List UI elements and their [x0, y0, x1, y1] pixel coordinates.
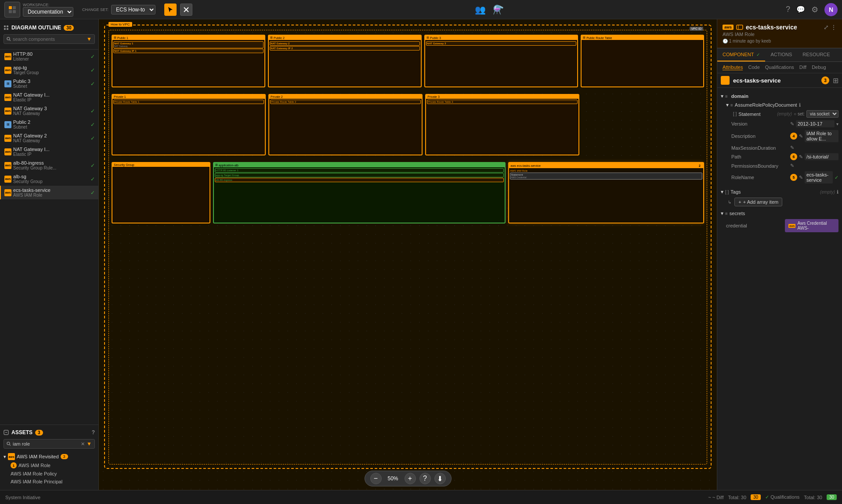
set-via-socket-select[interactable]: via socket — [806, 110, 838, 118]
changeset-select[interactable]: ECS How-to — [111, 5, 155, 14]
private-route-table2[interactable]: Private Route Table 2 — [270, 100, 421, 104]
nat-gw1-node[interactable]: NAT Gateway 1 NAT Gateway — [113, 41, 264, 48]
aws-icon: aws — [4, 176, 11, 183]
statement-node[interactable]: Statement AWS Credential — [510, 173, 702, 180]
outline-item-natgw-elastic2[interactable]: aws NAT Gateway I... Elastic IP — [0, 145, 98, 158]
svg-rect-9 — [4, 28, 6, 30]
nat-gwip1-node[interactable]: NAT Gateway IP 1 — [113, 49, 264, 53]
filter-icon[interactable]: ▼ — [87, 441, 92, 447]
asset-item-iam-principal[interactable]: AWS IAM Role Principal — [4, 478, 95, 486]
credential-value-box[interactable]: aws Aws Credential AWS- — [785, 219, 838, 232]
users-icon[interactable]: 👥 — [475, 4, 486, 15]
attr-tab-qualifications[interactable]: Qualifications — [765, 65, 794, 70]
asset-group-header[interactable]: ▾ aws AWS IAM Revisited 3 — [4, 452, 95, 461]
diff-button[interactable]: ~ ~ Diff — [708, 495, 723, 500]
edit-icon[interactable]: ✎ — [799, 133, 803, 139]
science-icon[interactable]: ⚗️ — [493, 4, 504, 15]
edit-icon[interactable]: ✎ — [790, 121, 794, 127]
outline-item-ecs-tasks[interactable]: aws ecs-tasks-service AWS IAM Role ✓ — [0, 186, 98, 199]
outline-item-alb-ingress[interactable]: aws alb-80-ingress Security Group Rule..… — [0, 158, 98, 172]
outline-item-natgw-elastic1[interactable]: aws NAT Gateway I... Elastic IP — [0, 90, 98, 104]
edit-icon[interactable]: ✎ — [799, 154, 803, 160]
public2-subnet[interactable]: ⊞Public 2 NAT Gateway 2 NAT Gateway IP 2 — [268, 35, 422, 87]
tab-component[interactable]: COMPONENT ✓ — [717, 48, 765, 61]
public3-subnet[interactable]: ⊞Public 3 NAT Gateway 3 — [424, 35, 578, 87]
private-route-table3[interactable]: Private Route Table 3 — [427, 100, 578, 104]
outline-item-public2[interactable]: ⊞ Public 2 Subnet ✓ — [0, 118, 98, 131]
workspace-select[interactable]: Documentation — [23, 7, 73, 17]
outline-item-public3[interactable]: ⊞ Public 3 Subnet ✓ — [0, 77, 98, 90]
alb-node[interactable]: ⊞application-alb HTTP:80 Listener 1 app-… — [213, 162, 506, 223]
outline-item-natgw2[interactable]: aws NAT Gateway 2 NAT Gateway ✓ — [0, 131, 98, 145]
alb-ingress-node[interactable]: alb-80-ingress — [215, 178, 504, 182]
path-badge: 6 — [790, 153, 797, 160]
edit-icon[interactable]: ✎ — [790, 163, 794, 169]
private1-subnet[interactable]: Private 1 Private Route Table 1 — [112, 94, 266, 155]
select-tool-button[interactable] — [164, 4, 177, 16]
nat-gwip2-node[interactable]: NAT Gateway IP 2 — [270, 46, 420, 50]
attr-tab-attributes[interactable]: Attributes — [723, 65, 743, 70]
info-icon[interactable]: ℹ — [799, 102, 801, 108]
security-group-node[interactable]: Security Group — [112, 162, 210, 223]
outline-item-apptg[interactable]: aws app-tg Target Group ✓ — [0, 63, 98, 77]
check-icon: ✓ — [90, 135, 95, 141]
bracket-icon: [ ] — [733, 112, 737, 116]
tags-header[interactable]: [ ] Tags (empty) ℹ — [721, 187, 838, 196]
aws-badge: aws — [723, 25, 734, 30]
filter-icon[interactable]: ▼ — [87, 36, 92, 42]
private3-subnet[interactable]: Private 3 Private Route Table 3 — [425, 94, 579, 155]
asset-item-iam-policy[interactable]: AWS IAM Role Policy — [4, 470, 95, 478]
asset-item-iam-role[interactable]: 1 AWS IAM Role — [4, 461, 95, 470]
nat-gw2-node[interactable]: NAT Gateway 2 — [270, 41, 420, 46]
outline-item-http80[interactable]: aws HTTP:80 Listener ✓ — [0, 50, 98, 63]
tags-content: ↳ + + Add array item — [721, 196, 838, 206]
help-button[interactable]: ? — [419, 473, 431, 484]
tab-actions[interactable]: ACTIONS — [765, 48, 797, 61]
assets-search-box[interactable]: ✕ ▼ — [4, 439, 95, 449]
attr-tab-code[interactable]: Code — [748, 65, 759, 70]
public1-title: ⊞Public 1 — [112, 36, 264, 40]
private-route-table1[interactable]: Private Route Table 1 — [113, 100, 264, 104]
component-search-box[interactable]: ▼ — [4, 34, 95, 44]
ecs-tasks-node[interactable]: awsecs-tasks-service 2 AWS IAM Role Stat… — [508, 162, 704, 223]
zoom-in-button[interactable]: + — [405, 473, 416, 484]
more-menu-button[interactable]: ⋮ — [831, 24, 837, 31]
plus-icon: + — [738, 199, 741, 205]
attr-tab-debug[interactable]: Debug — [812, 65, 826, 70]
edit-icon[interactable]: ✎ — [799, 175, 803, 180]
settings-icon[interactable]: ⚙ — [811, 5, 818, 14]
dropdown-arrow[interactable]: ▾ — [836, 122, 838, 126]
search-input[interactable] — [13, 36, 85, 42]
app-tg-node[interactable]: app-tg Target Group — [215, 173, 504, 177]
private2-subnet[interactable]: Private 2 Private Route Table 2 — [268, 94, 423, 155]
nat-gw3-node[interactable]: NAT Gateway 3 — [426, 41, 576, 46]
public-route-table[interactable]: ⊞Public Route Table — [581, 35, 704, 87]
diagram-view[interactable]: How to VPC VPC ID ⊞Public 1 — [99, 19, 717, 490]
public1-subnet[interactable]: ⊞Public 1 NAT Gateway 1 NAT Gateway NAT … — [112, 35, 265, 87]
grid-expand-icon[interactable]: ⊞ — [833, 76, 838, 85]
assets-search-input[interactable] — [13, 441, 79, 446]
download-button[interactable]: ⬇ — [434, 473, 446, 484]
delete-tool-button[interactable] — [180, 4, 192, 16]
check-icon: ✓ — [90, 81, 95, 87]
clear-search-icon[interactable]: ✕ — [81, 441, 85, 447]
secrets-header[interactable]: ≡ secrets — [721, 209, 838, 218]
http80-node[interactable]: HTTP:80 Listener 1 — [215, 168, 504, 173]
path-label: Path — [731, 154, 788, 159]
tab-resource[interactable]: RESOURCE — [797, 48, 835, 61]
domain-header[interactable]: ≡ domain — [721, 91, 838, 101]
outline-item-alb-sg[interactable]: aws alb-sg Security Group ✓ — [0, 172, 98, 186]
add-array-item-button[interactable]: + + Add array item — [734, 198, 782, 206]
zoom-out-button[interactable]: − — [370, 473, 382, 484]
edit-icon[interactable]: ✎ — [790, 145, 794, 151]
help-icon[interactable]: ? — [786, 5, 790, 14]
outline-item-natgw3[interactable]: aws NAT Gateway 3 NAT Gateway ✓ — [0, 104, 98, 118]
canvas-area[interactable]: How to VPC VPC ID ⊞Public 1 — [99, 19, 717, 490]
expand-button[interactable]: ⤢ — [824, 24, 829, 31]
attr-tab-diff[interactable]: Diff — [799, 65, 806, 70]
discord-icon[interactable]: 💬 — [796, 5, 805, 14]
assets-icon — [4, 430, 9, 435]
assets-help-icon[interactable]: ? — [92, 429, 95, 436]
user-avatar[interactable]: N — [824, 3, 838, 16]
info-icon[interactable]: ℹ — [837, 189, 838, 195]
